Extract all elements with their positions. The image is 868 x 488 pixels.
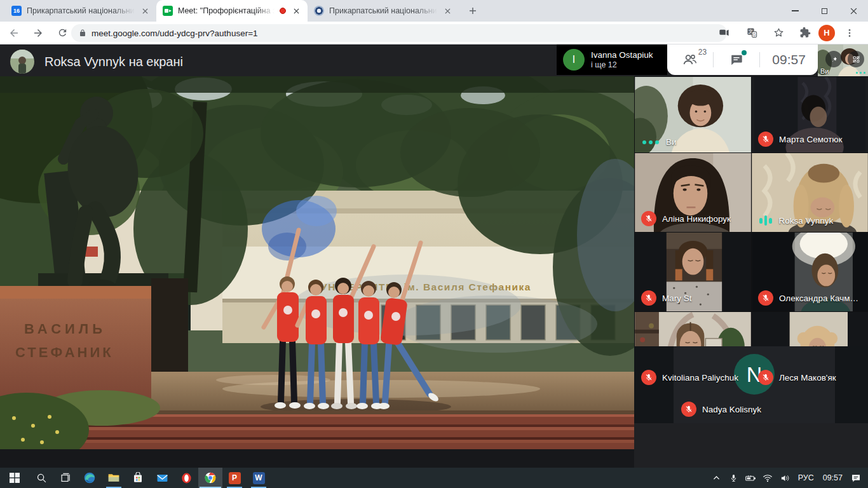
mic-off-icon: [758, 370, 773, 385]
participant-avatar: I: [563, 49, 585, 71]
window-controls: [780, 0, 868, 22]
tile-participant[interactable]: Roksa Vynnyk: [751, 152, 868, 232]
address-bar[interactable]: meet.google.com/udd-ydcg-prv?authuser=1: [71, 24, 727, 42]
reload-icon[interactable]: [52, 23, 72, 43]
powerpoint-icon[interactable]: P: [222, 468, 247, 488]
chat-button[interactable]: [726, 49, 747, 71]
mic-off-icon: [681, 402, 696, 417]
overflow-names: Ivanna Ostapiuk і ще 12: [591, 50, 653, 70]
taskbar-clock[interactable]: 09:57: [818, 473, 847, 482]
pedestal-text-line2: СТЕФАНИК: [15, 344, 114, 360]
power-battery-icon[interactable]: [742, 468, 759, 488]
presenter-banner-text: Roksa Vynnyk на екрані: [44, 55, 183, 69]
participant-name: Ви: [666, 137, 677, 147]
tray-expand-chevron-icon[interactable]: [708, 468, 725, 488]
tile-participant-self[interactable]: Ви: [634, 76, 751, 152]
microphone-tray-icon[interactable]: [725, 468, 742, 488]
bookmark-star-icon[interactable]: [769, 24, 788, 43]
edge-icon[interactable]: [78, 468, 102, 488]
mic-off-icon: [758, 290, 773, 306]
close-icon[interactable]: [442, 6, 452, 16]
tile-participant[interactable]: Олександра Качм…: [751, 232, 868, 311]
wifi-icon[interactable]: [759, 468, 776, 488]
divider: [713, 52, 714, 67]
translate-icon[interactable]: 文G: [742, 24, 761, 43]
meet-header-panel: 23 09:57: [667, 44, 818, 75]
forward-icon[interactable]: [28, 23, 48, 43]
presenter-avatar: [10, 50, 34, 74]
language-indicator[interactable]: РУС: [794, 473, 818, 482]
overflow-participants-tile[interactable]: I Ivanna Ostapiuk і ще 12: [557, 44, 667, 75]
recording-indicator-icon: [280, 8, 286, 14]
browser-toolbar: meet.google.com/udd-ydcg-prv?authuser=1 …: [0, 22, 868, 44]
lock-icon: [79, 29, 86, 37]
participant-name: Mary St: [662, 294, 692, 303]
mic-off-icon: [758, 132, 773, 147]
remove-from-grid-icon[interactable]: [848, 51, 864, 67]
participant-name: Ivanna Ostapiuk: [591, 50, 653, 61]
word-icon[interactable]: W: [247, 468, 271, 488]
selfview-thumbnail[interactable]: Ви: [818, 44, 868, 76]
divider: [759, 52, 760, 67]
participant-name: Леся Маков'як: [779, 373, 836, 383]
minimize-button[interactable]: [780, 0, 810, 22]
close-icon[interactable]: [291, 6, 301, 16]
meeting-clock: 09:57: [772, 52, 806, 67]
close-icon[interactable]: [140, 6, 150, 16]
stage-letterbox: [0, 449, 634, 468]
close-window-button[interactable]: [839, 0, 868, 22]
browser-tab-bar: 16 Прикарпатський національний Meet: "Пр…: [0, 0, 868, 22]
presentation-stage[interactable]: УНІВЕРСИТЕТ ім. Василя Стефаника: [0, 76, 634, 449]
tab-title: Прикарпатський національний: [27, 6, 135, 15]
microsoft-store-icon[interactable]: [126, 468, 150, 488]
speaking-indicator: [856, 72, 866, 74]
windows-taskbar: P W РУС 09:57: [0, 468, 868, 488]
participant-name: Roksa Vynnyk: [779, 216, 834, 226]
tab-university-site-1[interactable]: 16 Прикарпатський національний: [5, 0, 156, 22]
mic-off-icon: [641, 290, 656, 306]
pin-icon[interactable]: [825, 51, 842, 67]
chrome-icon[interactable]: [198, 468, 222, 488]
participant-count: 23: [698, 48, 707, 57]
tab-title: Прикарпатський національний: [329, 6, 437, 15]
tile-participant[interactable]: Mary St: [634, 232, 751, 311]
tile-participant[interactable]: Марта Семотюк: [751, 76, 868, 152]
participant-name: Nadya Kolisnyk: [702, 405, 761, 414]
tab-camera-indicator-icon[interactable]: [714, 24, 733, 43]
volume-icon[interactable]: [776, 468, 794, 488]
new-tab-button[interactable]: [464, 2, 482, 20]
tile-participant[interactable]: Аліна Никифорук: [634, 152, 751, 232]
participant-name: Kvitoliana Paliychuk: [662, 373, 738, 383]
chat-notification-dot: [742, 50, 747, 55]
presenter-banner: Roksa Vynnyk на екрані: [10, 50, 183, 74]
action-center-icon[interactable]: [847, 468, 864, 488]
maximize-button[interactable]: [810, 0, 839, 22]
mail-icon[interactable]: [150, 468, 174, 488]
url-text: meet.google.com/udd-ydcg-prv?authuser=1: [92, 29, 258, 38]
tab-meet-active[interactable]: Meet: "Профорієнтаційна зу: [156, 0, 308, 22]
system-tray: РУС 09:57: [708, 468, 868, 488]
participant-name: Марта Семотюк: [779, 135, 842, 144]
selfview-label: Ви: [820, 67, 829, 75]
participants-button[interactable]: 23: [679, 49, 701, 71]
search-icon[interactable]: [29, 468, 53, 488]
mic-off-icon: [641, 370, 656, 385]
participant-name: Аліна Никифорук: [662, 214, 731, 224]
profile-avatar[interactable]: H: [817, 24, 836, 43]
browser-menu-icon[interactable]: [840, 24, 859, 43]
speaking-indicator: [641, 140, 660, 144]
start-button[interactable]: [0, 468, 29, 488]
task-view-icon[interactable]: [53, 468, 78, 488]
participant-overflow-count: і ще 12: [591, 60, 653, 69]
calendar-date-icon: 16: [11, 6, 22, 16]
mic-off-icon: [641, 211, 656, 226]
audio-level-icon: [758, 215, 773, 226]
back-icon[interactable]: [4, 23, 24, 43]
opera-icon[interactable]: [174, 468, 198, 488]
tab-university-site-2[interactable]: Прикарпатський національний: [308, 0, 459, 22]
file-explorer-icon[interactable]: [102, 468, 126, 488]
extensions-puzzle-icon[interactable]: [796, 24, 815, 43]
pedestal-text-line1: ВАСИЛЬ: [24, 321, 106, 337]
participant-name: Олександра Качм…: [779, 294, 858, 303]
svg-text:G: G: [752, 32, 756, 37]
